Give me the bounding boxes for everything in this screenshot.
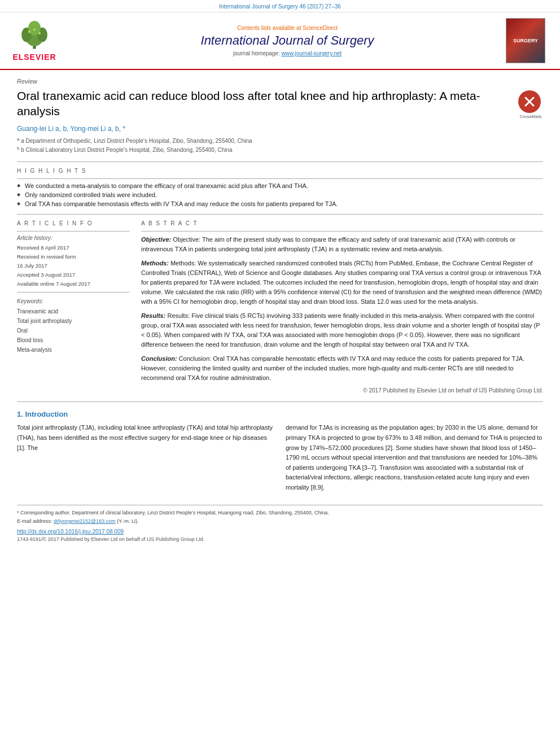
email-suffix: (Y.-m. Li). xyxy=(117,518,138,524)
svg-point-5 xyxy=(28,30,30,33)
abstract-title: A B S T R A C T xyxy=(141,220,543,226)
divider-2 xyxy=(17,214,543,215)
sciencedirect-name: ScienceDirect xyxy=(303,25,338,31)
article-title: Oral tranexamic acid can reduce blood lo… xyxy=(17,88,509,119)
journal-title: International Journal of Surgery xyxy=(69,33,506,48)
date-revised-label: Received in revised form xyxy=(17,252,130,261)
keyword-5: Meta-analysis xyxy=(17,345,130,355)
highlight-item-1: We conducted a meta-analysis to compare … xyxy=(17,182,543,189)
history-label: Article history: xyxy=(17,235,130,241)
affiliation-b: b b Clinical Laboratory Linzi District P… xyxy=(17,145,543,154)
date-online: Available online 7 August 2017 xyxy=(17,279,130,289)
keyword-1: Tranexamic acid xyxy=(17,307,130,316)
highlights-section: H I G H L I G H T S We conducted a meta-… xyxy=(17,168,543,207)
sciencedirect-notice: Contents lists available at ScienceDirec… xyxy=(69,25,506,31)
crossmark-label: CrossMark xyxy=(518,114,543,119)
objective-label: Objective: xyxy=(141,236,173,243)
highlights-title: H I G H L I G H T S xyxy=(17,168,543,174)
highlights-divider xyxy=(17,178,543,179)
keywords-divider xyxy=(17,292,130,292)
abstract-objective: Objective: Objective: The aim of the pre… xyxy=(141,235,543,254)
divider-3 xyxy=(17,401,543,402)
doi-link[interactable]: http://dx.doi.org/10.1016/j.ijsu.2017.08… xyxy=(17,528,124,535)
elsevier-tree-icon xyxy=(15,20,54,51)
abstract-conclusion: Conclusion: Conclusion: Oral TXA has com… xyxy=(141,354,543,383)
intro-left-para: Total joint arthroplasty (TJA), includin… xyxy=(17,423,274,453)
journal-homepage: journal homepage: www.journal-surgery.ne… xyxy=(69,50,506,56)
intro-cols: Total joint arthroplasty (TJA), includin… xyxy=(17,423,543,496)
affiliations: a a Department of Orthopedic, Linzi Dist… xyxy=(17,136,543,155)
crossmark-circle xyxy=(518,90,541,113)
abstract-divider xyxy=(141,231,543,231)
page: International Journal of Surgery 46 (201… xyxy=(0,0,560,747)
article-info-title: A R T I C L E I N F O xyxy=(17,220,130,226)
sciencedirect-prefix: Contents lists available at xyxy=(237,25,303,31)
svg-point-6 xyxy=(38,32,41,34)
intro-left-col: Total joint arthroplasty (TJA), includin… xyxy=(17,423,274,496)
authors: Guang-lei Li a, b, Yong-mei Li a, b, * xyxy=(17,125,543,133)
elsevier-logo: ELSEVIER xyxy=(9,20,60,62)
keyword-4: Blood loss xyxy=(17,335,130,345)
content-area: Review Oral tranexamic acid can reduce b… xyxy=(0,70,560,550)
highlights-list: We conducted a meta-analysis to compare … xyxy=(17,182,543,207)
corresponding-text: * Corresponding author. Department of cl… xyxy=(17,510,329,516)
email-label: E-mail address: xyxy=(17,518,54,524)
section-type-label: Review xyxy=(17,78,543,85)
footnote-email: E-mail address: drliyongmei2152@163.com … xyxy=(17,517,543,525)
journal-center: Contents lists available at ScienceDirec… xyxy=(69,25,506,56)
results-text: Results: Five clinical trials (5 RCTs) i… xyxy=(141,312,540,348)
journal-cover: SURGERY xyxy=(506,18,551,63)
keyword-2: Total joint arthroplasty xyxy=(17,316,130,326)
homepage-prefix: journal homepage: xyxy=(233,50,282,56)
article-title-row: Oral tranexamic acid can reduce blood lo… xyxy=(17,88,543,119)
highlight-item-3: Oral TXA has comparable hemostasis effec… xyxy=(17,200,543,207)
article-dates: Received 8 April 2017 Received in revise… xyxy=(17,243,130,289)
svg-point-7 xyxy=(33,28,36,30)
footnote-section: * Corresponding author. Department of cl… xyxy=(17,505,543,542)
info-abstract-section: A R T I C L E I N F O Article history: R… xyxy=(17,220,543,394)
abstract-col: A B S T R A C T Objective: Objective: Th… xyxy=(141,220,543,394)
keywords-list: Tranexamic acid Total joint arthroplasty… xyxy=(17,307,130,355)
objective-text: Objective: The aim of the present study … xyxy=(141,236,515,252)
date-accepted: Accepted 3 August 2017 xyxy=(17,270,130,279)
conclusion-label: Conclusion: xyxy=(141,355,179,362)
article-info-col: A R T I C L E I N F O Article history: R… xyxy=(17,220,130,394)
journal-header: ELSEVIER Contents lists available at Sci… xyxy=(0,12,560,70)
abstract-methods: Methods: Methods: We systematically sear… xyxy=(141,259,543,307)
footnote-corresponding: * Corresponding author. Department of cl… xyxy=(17,509,543,517)
crossmark-logo: CrossMark xyxy=(518,90,543,119)
highlight-item-2: Only randomized controlled trials were i… xyxy=(17,191,543,198)
results-label: Results: xyxy=(141,312,167,319)
intro-heading: 1. Introduction xyxy=(17,410,543,418)
abstract-text: Objective: Objective: The aim of the pre… xyxy=(141,235,543,383)
journal-cover-image: SURGERY xyxy=(506,18,545,63)
affiliation-a: a a Department of Orthopedic, Linzi Dist… xyxy=(17,136,543,145)
divider-1 xyxy=(17,161,543,162)
copyright-line: © 2017 Published by Elsevier Ltd on beha… xyxy=(141,387,543,394)
intro-right-para: demand for TJAs is increasing as the pop… xyxy=(286,423,543,492)
methods-label: Methods: xyxy=(141,260,170,267)
keywords-label: Keywords: xyxy=(17,298,130,304)
date-received: Received 8 April 2017 xyxy=(17,243,130,252)
citation-text: International Journal of Surgery 46 (201… xyxy=(219,3,341,10)
abstract-results: Results: Results: Five clinical trials (… xyxy=(141,311,543,350)
keyword-3: Oral xyxy=(17,326,130,335)
methods-text: Methods: We systematically searched rand… xyxy=(141,260,542,305)
conclusion-text: Conclusion: Oral TXA has comparable hemo… xyxy=(141,355,524,381)
date-revised: 16 July 2017 xyxy=(17,261,130,270)
issn-line: 1743-9191/© 2017 Published by Elsevier L… xyxy=(17,536,543,542)
email-link[interactable]: drliyongmei2152@163.com xyxy=(54,518,116,524)
homepage-link[interactable]: www.journal-surgery.net xyxy=(282,50,342,56)
doi-line: http://dx.doi.org/10.1016/j.ijsu.2017.08… xyxy=(17,528,543,535)
crossmark-icon xyxy=(522,94,537,110)
intro-right-col: demand for TJAs is increasing as the pop… xyxy=(286,423,543,496)
elsevier-brand-text: ELSEVIER xyxy=(12,53,56,62)
journal-citation: International Journal of Surgery 46 (201… xyxy=(0,0,560,12)
introduction-section: 1. Introduction Total joint arthroplasty… xyxy=(17,410,543,496)
article-info-divider xyxy=(17,231,130,231)
